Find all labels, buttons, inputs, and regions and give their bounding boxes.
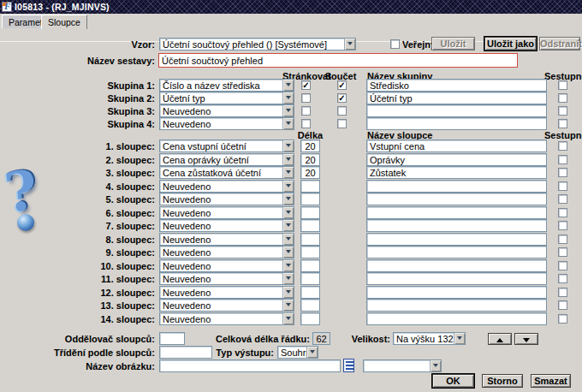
descending-checkbox[interactable] bbox=[558, 181, 567, 191]
descending-checkbox[interactable] bbox=[558, 300, 567, 310]
group-name-input[interactable]: Účetní typ bbox=[366, 92, 547, 104]
report-name-input[interactable]: Účetní součtový přehled bbox=[158, 53, 518, 68]
sum-checkbox[interactable] bbox=[337, 106, 347, 116]
tab-sloupce[interactable]: Sloupce bbox=[41, 15, 87, 29]
descending-checkbox[interactable] bbox=[558, 80, 567, 90]
column-name-input[interactable] bbox=[366, 299, 547, 312]
paginate-checkbox[interactable] bbox=[301, 80, 311, 90]
save-button[interactable]: Uložit bbox=[431, 37, 475, 50]
remove-button[interactable]: Odstranit bbox=[539, 37, 580, 50]
paginate-checkbox[interactable] bbox=[301, 93, 311, 103]
image-name-input[interactable] bbox=[159, 359, 341, 372]
column-name-input[interactable] bbox=[366, 233, 547, 246]
chevron-down-icon[interactable] bbox=[282, 260, 294, 271]
column-name-input[interactable] bbox=[366, 219, 547, 232]
column-length-input[interactable] bbox=[300, 286, 320, 299]
column-selector-dropdown[interactable]: Neuvedeno bbox=[159, 206, 294, 219]
descending-checkbox[interactable] bbox=[558, 314, 567, 324]
column-length-input[interactable] bbox=[300, 259, 320, 272]
descending-checkbox[interactable] bbox=[558, 141, 567, 151]
chevron-down-icon[interactable] bbox=[282, 234, 294, 245]
chevron-down-icon[interactable] bbox=[282, 181, 294, 192]
column-selector-dropdown[interactable]: Neuvedeno bbox=[159, 246, 294, 258]
descending-checkbox[interactable] bbox=[558, 208, 567, 217]
chevron-down-icon[interactable] bbox=[344, 39, 355, 50]
group-name-input[interactable] bbox=[366, 104, 547, 117]
column-name-input[interactable] bbox=[366, 286, 547, 299]
sum-checkbox[interactable] bbox=[337, 119, 347, 128]
column-name-input[interactable] bbox=[366, 312, 547, 325]
list-picker-icon[interactable] bbox=[343, 359, 354, 372]
ok-button[interactable]: OK bbox=[432, 374, 474, 388]
save-as-button[interactable]: Uložit jako bbox=[484, 37, 537, 50]
chevron-down-icon[interactable] bbox=[282, 140, 294, 151]
column-name-input[interactable] bbox=[366, 272, 547, 285]
chevron-down-icon[interactable] bbox=[282, 193, 294, 205]
column-selector-dropdown[interactable]: Neuvedeno bbox=[159, 180, 294, 193]
descending-checkbox[interactable] bbox=[558, 106, 567, 116]
column-name-input[interactable]: Vstupní cena bbox=[366, 140, 547, 152]
column-name-input[interactable] bbox=[366, 206, 547, 219]
chevron-down-icon[interactable] bbox=[282, 167, 294, 178]
group-selector-dropdown[interactable]: Neuvedeno bbox=[159, 104, 294, 117]
descending-checkbox[interactable] bbox=[558, 93, 567, 103]
column-length-input[interactable]: 20 bbox=[300, 140, 320, 152]
sum-checkbox[interactable] bbox=[337, 80, 347, 90]
group-selector-dropdown[interactable]: Neuvedeno bbox=[159, 117, 294, 130]
column-length-input[interactable] bbox=[300, 233, 320, 246]
group-name-input[interactable]: Středisko bbox=[366, 79, 547, 92]
move-up-button[interactable] bbox=[488, 333, 512, 345]
output-type-dropdown[interactable]: Souhrn bbox=[277, 346, 318, 359]
chevron-down-icon[interactable] bbox=[282, 105, 294, 116]
column-length-input[interactable] bbox=[300, 206, 320, 219]
chevron-down-icon[interactable] bbox=[282, 313, 294, 324]
column-length-input[interactable] bbox=[300, 299, 320, 312]
descending-checkbox[interactable] bbox=[558, 194, 567, 204]
column-selector-dropdown[interactable]: Neuvedeno bbox=[159, 299, 294, 312]
chevron-down-icon[interactable] bbox=[282, 92, 294, 104]
group-name-input[interactable] bbox=[366, 117, 547, 130]
chevron-down-icon[interactable] bbox=[282, 118, 294, 129]
column-selector-dropdown[interactable]: Neuvedeno bbox=[159, 193, 294, 205]
group-selector-dropdown[interactable]: Číslo a název střediska bbox=[159, 79, 294, 92]
column-length-input[interactable]: 20 bbox=[300, 166, 320, 179]
chevron-down-icon[interactable] bbox=[282, 287, 294, 298]
column-length-input[interactable] bbox=[300, 272, 320, 285]
column-selector-dropdown[interactable]: Cena oprávky účetní bbox=[159, 153, 294, 166]
move-down-button[interactable] bbox=[514, 333, 538, 345]
column-name-input[interactable]: Zůstatek bbox=[366, 166, 547, 179]
column-name-input[interactable] bbox=[366, 180, 547, 193]
chevron-down-icon[interactable] bbox=[306, 347, 318, 358]
descending-checkbox[interactable] bbox=[558, 221, 567, 230]
chevron-down-icon[interactable] bbox=[454, 333, 465, 344]
column-selector-dropdown[interactable]: Cena vstupní účetní bbox=[159, 140, 294, 152]
column-name-input[interactable] bbox=[366, 259, 547, 272]
image-picker-dropdown[interactable] bbox=[363, 359, 442, 372]
descending-checkbox[interactable] bbox=[558, 261, 567, 270]
descending-checkbox[interactable] bbox=[558, 288, 567, 297]
descending-checkbox[interactable] bbox=[558, 168, 567, 177]
column-length-input[interactable] bbox=[300, 180, 320, 193]
descending-checkbox[interactable] bbox=[558, 119, 567, 128]
sum-checkbox[interactable] bbox=[337, 93, 347, 103]
group-selector-dropdown[interactable]: Účetní typ bbox=[159, 92, 294, 104]
column-selector-dropdown[interactable]: Neuvedeno bbox=[159, 312, 294, 325]
clear-button[interactable]: Smazat bbox=[531, 374, 571, 388]
column-length-input[interactable] bbox=[300, 193, 320, 205]
chevron-down-icon[interactable] bbox=[430, 360, 441, 371]
column-name-input[interactable] bbox=[366, 246, 547, 258]
chevron-down-icon[interactable] bbox=[282, 207, 294, 218]
size-dropdown[interactable]: Na výšku 132 zn. bbox=[393, 332, 466, 345]
descending-checkbox[interactable] bbox=[558, 247, 567, 257]
pattern-dropdown[interactable]: Účetní součtový přehled () [Systémové] bbox=[159, 38, 356, 50]
column-selector-dropdown[interactable]: Neuvedeno bbox=[159, 259, 294, 272]
descending-checkbox[interactable] bbox=[558, 155, 567, 164]
column-length-input[interactable] bbox=[300, 219, 320, 232]
column-length-input[interactable]: 20 bbox=[300, 153, 320, 166]
descending-checkbox[interactable] bbox=[558, 235, 567, 244]
chevron-down-icon[interactable] bbox=[282, 246, 294, 258]
column-selector-dropdown[interactable]: Neuvedeno bbox=[159, 219, 294, 232]
chevron-down-icon[interactable] bbox=[282, 220, 294, 231]
title-bar[interactable]: F I05813 - (RJ_MJINVS) bbox=[0, 0, 582, 14]
column-selector-dropdown[interactable]: Neuvedeno bbox=[159, 286, 294, 299]
